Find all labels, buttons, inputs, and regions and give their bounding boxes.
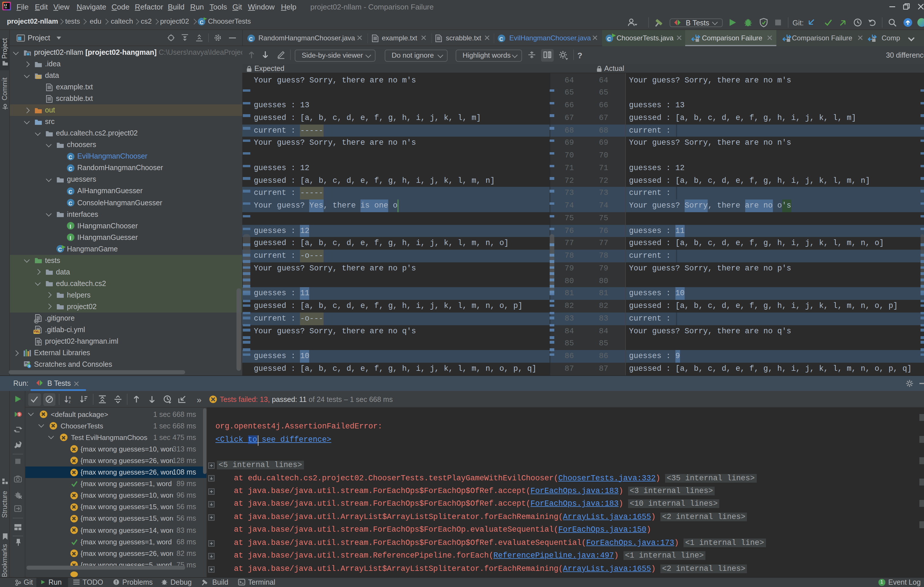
svg-text:9: 9 (18, 411, 20, 416)
svg-text:z: z (68, 399, 70, 404)
svg-text:a: a (68, 395, 71, 400)
